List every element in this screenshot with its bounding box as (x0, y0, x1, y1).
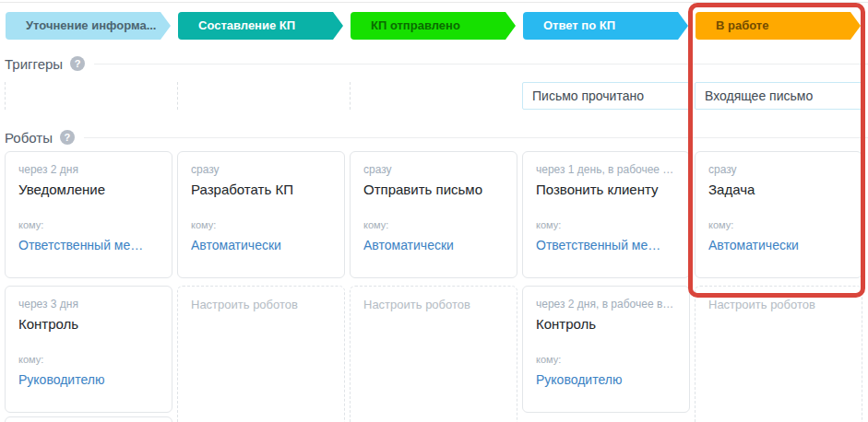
configure-robots-dropzone[interactable]: Настроить роботов (350, 286, 517, 422)
robots-column-2: сразу Разработать КП кому: Автоматически… (177, 151, 345, 422)
crm-automation-panel: Уточнение информа... Составление КП КП о… (0, 0, 868, 422)
trigger-dropzone[interactable] (177, 82, 345, 110)
robots-grid: через 2 дня Уведомление кому: Ответствен… (0, 151, 868, 422)
robot-assignee-link[interactable]: Автоматически (191, 238, 331, 252)
robot-assignee-link[interactable]: Ответственный ме… (536, 238, 676, 252)
top-divider (0, 2, 868, 3)
robot-card-control[interactable]: через 2 дня, в рабочее в… Контроль кому:… (522, 286, 690, 413)
robot-to-label: кому: (708, 219, 849, 230)
robot-title: Позвонить клиенту (536, 182, 676, 197)
robots-section-title: Роботы (5, 130, 53, 146)
robot-card-call-client[interactable]: через 1 день, в рабочее … Позвонить клие… (522, 151, 690, 278)
robot-title: Задача (708, 182, 849, 197)
trigger-cell: Входящее письмо (695, 82, 862, 110)
robot-to-label: кому: (18, 354, 159, 365)
triggers-section-header: Триггеры ? (0, 54, 868, 73)
robot-assignee-link[interactable]: Руководителю (18, 372, 159, 387)
triggers-section-title: Триггеры (5, 56, 63, 72)
trigger-incoming-email[interactable]: Входящее письмо (695, 82, 862, 110)
robots-column-3: сразу Отправить письмо кому: Автоматичес… (350, 151, 517, 422)
stage-proposal-answer[interactable]: Ответ по КП (523, 12, 688, 40)
robot-delay: сразу (708, 163, 849, 176)
robot-card-send-email[interactable]: сразу Отправить письмо кому: Автоматичес… (350, 151, 517, 278)
stage-clarification[interactable]: Уточнение информа... (6, 12, 171, 40)
robots-column-1: через 2 дня Уведомление кому: Ответствен… (5, 151, 172, 422)
robot-title: Контроль (18, 316, 159, 332)
configure-robots-dropzone[interactable]: Настроить роботов (177, 286, 345, 422)
robots-section-header: Роботы ? (0, 128, 868, 147)
robot-card-partial[interactable] (5, 416, 172, 422)
robots-column-4: через 1 день, в рабочее … Позвонить клие… (522, 151, 690, 422)
robot-assignee-link[interactable]: Автоматически (708, 238, 849, 252)
stage-label: Уточнение информа... (26, 18, 156, 32)
trigger-dropzone[interactable] (5, 82, 172, 110)
robot-to-label: кому: (363, 219, 504, 230)
trigger-dropzone[interactable] (350, 82, 517, 110)
robot-to-label: кому: (191, 219, 331, 230)
stage-proposal-preparation[interactable]: Составление КП (178, 12, 343, 40)
robot-assignee-link[interactable]: Руководителю (536, 372, 676, 387)
stage-in-progress[interactable]: В работе (696, 12, 861, 40)
section-divider (84, 137, 868, 138)
robot-delay: через 1 день, в рабочее … (536, 163, 676, 176)
robot-card-notification[interactable]: через 2 дня Уведомление кому: Ответствен… (5, 151, 172, 278)
robots-column-5: сразу Задача кому: Автоматически Настрои… (695, 151, 862, 422)
stage-label: Составление КП (198, 18, 295, 32)
robot-assignee-link[interactable]: Ответственный ме… (18, 238, 159, 252)
stage-label: КП отправлено (371, 18, 460, 32)
robot-delay: сразу (191, 163, 331, 176)
robot-delay: через 2 дня, в рабочее в… (536, 298, 676, 311)
robot-to-label: кому: (536, 219, 676, 230)
help-icon[interactable]: ? (60, 130, 75, 145)
stage-proposal-sent[interactable]: КП отправлено (351, 12, 516, 40)
robot-card-develop-proposal[interactable]: сразу Разработать КП кому: Автоматически (177, 151, 345, 278)
robot-delay: через 2 дня (18, 163, 159, 176)
robot-title: Отправить письмо (363, 182, 504, 197)
robot-title: Уведомление (18, 182, 159, 197)
trigger-email-read[interactable]: Письмо прочитано (522, 82, 690, 110)
help-icon[interactable]: ? (70, 56, 85, 71)
stage-label: Ответ по КП (543, 18, 615, 32)
robot-card-control[interactable]: через 3 дня Контроль кому: Руководителю (5, 286, 172, 413)
stage-label: В работе (716, 18, 768, 32)
robot-card-task[interactable]: сразу Задача кому: Автоматически (695, 151, 862, 278)
robot-delay: сразу (363, 163, 504, 176)
robot-delay: через 3 дня (18, 298, 159, 311)
robot-to-label: кому: (18, 219, 159, 230)
robot-assignee-link[interactable]: Автоматически (363, 238, 504, 252)
pipeline-stages: Уточнение информа... Составление КП КП о… (0, 12, 868, 40)
configure-robots-dropzone[interactable]: Настроить роботов (695, 286, 862, 422)
trigger-cell: Письмо прочитано (522, 82, 690, 110)
section-divider (94, 64, 868, 64)
triggers-row: Письмо прочитано Входящее письмо (0, 82, 868, 110)
robot-title: Разработать КП (191, 182, 331, 197)
robot-title: Контроль (536, 316, 676, 332)
robot-to-label: кому: (536, 354, 676, 365)
